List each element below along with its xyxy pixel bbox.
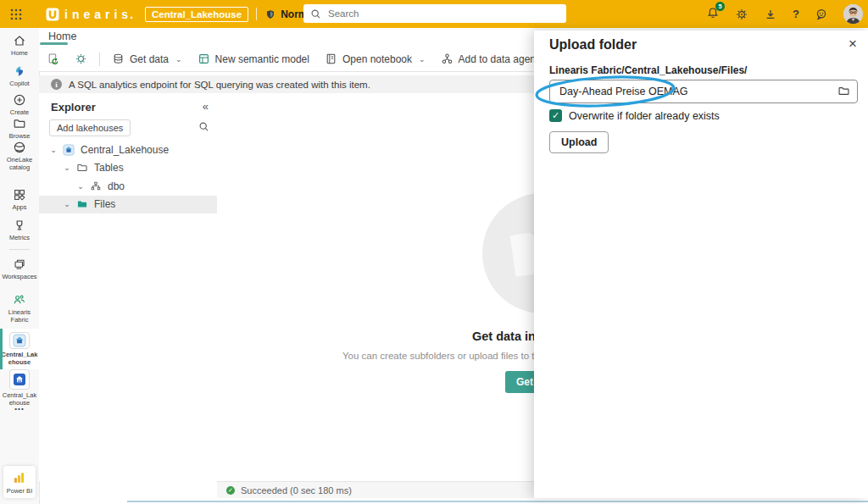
- gear-icon: [75, 53, 87, 65]
- panel-title: Upload folder: [549, 37, 637, 53]
- avatar-photo: [843, 4, 863, 24]
- plus-circle-icon: [13, 93, 26, 107]
- add-lakehouses-button[interactable]: Add lakehouses: [49, 119, 131, 136]
- download-icon[interactable]: [764, 8, 777, 21]
- explorer-title: Explorer: [51, 101, 96, 114]
- refresh-button[interactable]: [39, 53, 67, 65]
- semantic-model-icon: [198, 53, 210, 65]
- new-semantic-model-button[interactable]: New semantic model: [190, 53, 317, 65]
- sidebar-item-power-bi[interactable]: Power BI: [3, 466, 36, 498]
- explorer-tree: ⌄ Central_Lakehouse ⌄ Tables ⌄: [39, 141, 217, 213]
- people-icon: [13, 293, 26, 307]
- folder-name-input[interactable]: [558, 80, 832, 102]
- sidebar-item-browse[interactable]: Browse: [0, 117, 39, 140]
- upload-path-label: Linearis Fabric/Central_Lakehouse/Files/: [549, 64, 747, 76]
- notifications-button[interactable]: 5: [706, 6, 720, 23]
- logo-text: inearis: [64, 8, 132, 21]
- overwrite-checkbox-row[interactable]: ✓ Overwrite if folder already exists: [549, 109, 720, 122]
- tree-item-central-lakehouse[interactable]: ⌄ Central_Lakehouse: [39, 141, 217, 159]
- lakehouse-icon-blue: [9, 369, 30, 390]
- status-text: Succeeded (0 sec 180 ms): [241, 485, 352, 496]
- shield-icon: [264, 8, 276, 20]
- sidebar-item-apps[interactable]: Apps: [0, 188, 39, 211]
- nav-rail: Home Copilot Create Browse: [0, 28, 40, 504]
- browse-folder-icon[interactable]: [837, 85, 850, 97]
- chevron-down-icon[interactable]: ⌄: [63, 200, 71, 208]
- banner-text: A SQL analytics endpoint for SQL queryin…: [69, 80, 370, 90]
- sidebar-item-workspaces[interactable]: Workspaces: [0, 258, 39, 280]
- sidebar-item-copilot[interactable]: Copilot: [0, 64, 39, 87]
- sidebar-item-central-lakehouse-2[interactable]: Central_Lakehouse: [0, 369, 39, 407]
- account-avatar[interactable]: [843, 4, 863, 24]
- tab-home[interactable]: Home: [48, 30, 76, 42]
- tab-active-underline: [40, 42, 68, 45]
- global-search[interactable]: [303, 4, 566, 23]
- waffle-menu-icon[interactable]: [9, 8, 23, 21]
- rail-divider: [9, 249, 30, 250]
- chevron-down-icon: ⌄: [175, 55, 182, 64]
- folder-filled-icon: [76, 198, 88, 210]
- folder-name-field[interactable]: [549, 80, 858, 103]
- sidebar-item-home[interactable]: Home: [0, 34, 39, 57]
- window-bottom-edge: [127, 501, 868, 502]
- apps-icon: [13, 188, 26, 202]
- open-notebook-button[interactable]: Open notebook ⌄: [317, 53, 433, 65]
- sidebar-more-button[interactable]: •••: [0, 405, 39, 413]
- checkbox-checked-icon[interactable]: ✓: [549, 109, 562, 122]
- search-icon[interactable]: [198, 121, 209, 132]
- feedback-icon[interactable]: [815, 8, 828, 21]
- linearis-logo-icon: [46, 8, 59, 21]
- sidebar-item-create[interactable]: Create: [0, 93, 39, 116]
- close-icon[interactable]: ×: [849, 36, 857, 53]
- help-icon[interactable]: ?: [793, 8, 799, 20]
- trophy-icon: [13, 219, 26, 232]
- notification-badge: 5: [715, 2, 725, 11]
- schema-icon: [90, 180, 102, 192]
- chevron-down-icon[interactable]: ⌄: [63, 163, 71, 172]
- power-bi-icon: [12, 470, 27, 485]
- get-data-button[interactable]: Get data ⌄: [104, 53, 190, 65]
- sidebar-item-onelake-catalog[interactable]: OneLake catalog: [0, 141, 39, 171]
- item-settings-button[interactable]: [67, 53, 95, 65]
- selected-indicator: [0, 329, 3, 369]
- search-input[interactable]: [326, 8, 550, 19]
- workspaces-icon: [13, 258, 26, 271]
- onelake-icon: [13, 141, 26, 154]
- database-icon: [112, 53, 125, 65]
- tree-item-tables[interactable]: ⌄ Tables: [39, 159, 217, 178]
- topbar-divider: [256, 8, 257, 20]
- settings-gear-icon[interactable]: [735, 8, 748, 21]
- chevron-down-icon[interactable]: ⌄: [49, 146, 58, 154]
- sidebar-item-central-lakehouse-selected[interactable]: Central_Lakehouse: [0, 329, 39, 369]
- upload-folder-panel: Upload folder × Linearis Fabric/Central_…: [534, 30, 868, 498]
- copilot-icon: [13, 64, 26, 78]
- tree-item-dbo[interactable]: ⌄ dbo: [39, 177, 217, 196]
- success-check-icon: ✓: [226, 486, 235, 495]
- chevron-down-icon: ⌄: [419, 55, 426, 64]
- refresh-doc-icon: [47, 53, 59, 65]
- upload-button[interactable]: Upload: [549, 131, 609, 153]
- data-agent-icon: [441, 53, 453, 65]
- ellipsis-icon: •••: [14, 405, 24, 413]
- sidebar-item-metrics[interactable]: Metrics: [0, 219, 39, 241]
- folder-icon: [76, 162, 88, 174]
- info-icon: i: [51, 79, 62, 90]
- toolbar-divider: [99, 53, 100, 66]
- collapse-pane-icon[interactable]: «: [203, 100, 209, 113]
- tree-item-files[interactable]: ⌄ Files: [39, 196, 217, 214]
- app-window: inearis . Central_Lakehouse Normal ⌄ 5: [0, 0, 868, 504]
- lakehouse-icon: [9, 332, 30, 349]
- home-icon: [13, 34, 26, 47]
- logo-dot: .: [130, 8, 133, 21]
- sidebar-item-linearis-fabric[interactable]: Linearis Fabric: [0, 293, 39, 324]
- explorer-pane: Explorer « Add lakehouses ⌄ Central_Lake…: [39, 93, 218, 481]
- top-bar: inearis . Central_Lakehouse Normal ⌄ 5: [0, 0, 868, 28]
- lakehouse-icon: [63, 144, 75, 156]
- workspace-name-badge[interactable]: Central_Lakehouse: [145, 7, 248, 22]
- search-icon: [310, 8, 321, 19]
- folder-icon: [13, 117, 26, 130]
- notebook-icon: [325, 53, 337, 65]
- checkbox-label: Overwrite if folder already exists: [569, 110, 720, 122]
- chevron-down-icon[interactable]: ⌄: [76, 182, 85, 191]
